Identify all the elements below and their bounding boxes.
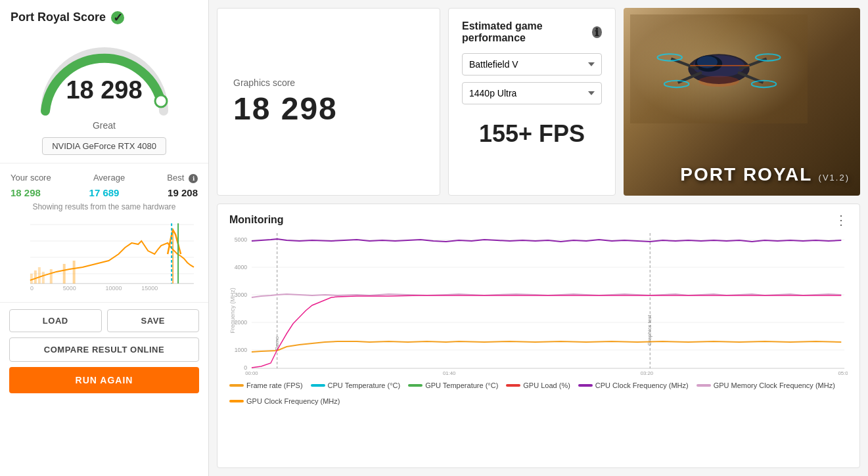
gauge-svg xyxy=(32,32,177,118)
best-label: Best ℹ xyxy=(167,173,198,183)
graphics-score-label: Graphics score xyxy=(233,77,424,88)
comparison-values-row: 18 298 17 689 19 208 xyxy=(11,187,198,198)
legend-dot-gpu-load xyxy=(506,384,520,387)
svg-rect-12 xyxy=(38,267,41,284)
showing-text: Showing results from the same hardware xyxy=(11,202,198,211)
compare-button[interactable]: COMPARE RESULT ONLINE xyxy=(9,337,199,362)
svg-text:3000: 3000 xyxy=(235,292,247,298)
save-button[interactable]: SAVE xyxy=(107,309,200,332)
comparison-section: Your score Average Best ℹ 18 298 17 689 … xyxy=(0,163,208,302)
svg-text:10000: 10000 xyxy=(105,285,122,290)
port-royal-text-block: PORT ROYAL (V1.2) xyxy=(680,165,850,185)
svg-rect-16 xyxy=(73,261,76,284)
fps-value: 155+ FPS xyxy=(462,120,602,148)
legend-frame-rate: Frame rate (FPS) xyxy=(229,381,303,389)
check-icon: ✓ xyxy=(111,11,124,24)
svg-text:5000: 5000 xyxy=(63,285,76,290)
svg-rect-13 xyxy=(42,272,45,284)
run-again-button[interactable]: RUN AGAIN xyxy=(9,367,199,393)
perf-label: Estimated game performance xyxy=(462,20,587,44)
monitoring-chart-svg: 5000 4000 3000 2000 1000 0 Frequency (MH… xyxy=(229,232,848,376)
legend-cpu-clock: CPU Clock Frequency (MHz) xyxy=(578,381,689,389)
svg-point-33 xyxy=(698,76,739,87)
legend-dot-cpu-clock xyxy=(578,384,593,387)
port-royal-title: PORT ROYAL (V1.2) xyxy=(680,165,850,185)
comparison-header-row: Your score Average Best ℹ xyxy=(11,173,198,183)
load-button[interactable]: LOAD xyxy=(9,309,102,332)
svg-text:Frequency (MHz): Frequency (MHz) xyxy=(229,288,236,334)
monitoring-header: Monitoring ⋮ xyxy=(229,213,848,227)
port-royal-banner: PORT ROYAL (V1.2) xyxy=(624,8,860,196)
your-score-value: 18 298 xyxy=(11,187,41,198)
svg-point-24 xyxy=(697,56,718,68)
svg-text:4000: 4000 xyxy=(235,264,247,270)
gauge-score: 18 298 xyxy=(66,76,142,104)
perf-header: Estimated game performance ℹ xyxy=(462,20,602,44)
svg-text:05:00: 05:00 xyxy=(838,370,848,376)
right-panel: Graphics score 18 298 Estimated game per… xyxy=(209,0,868,476)
score-section: Port Royal Score ✓ 18 298 Great NVIDIA G… xyxy=(0,0,208,163)
score-title-row: Port Royal Score ✓ xyxy=(11,11,198,24)
legend-dot-gpu-mem-clock xyxy=(697,384,711,387)
drone-illustration xyxy=(630,14,808,123)
legend-dot-gpu-clock xyxy=(229,400,244,402)
svg-text:5000: 5000 xyxy=(235,236,247,243)
svg-text:1000: 1000 xyxy=(235,347,247,353)
game-select[interactable]: Battlefield VCyberpunk 2077FortniteRed D… xyxy=(462,53,602,76)
svg-rect-11 xyxy=(34,270,37,284)
legend-dot-gpu-temp xyxy=(408,384,423,387)
legend-cpu-temp: CPU Temperature (°C) xyxy=(311,381,401,389)
perf-info-icon[interactable]: ℹ xyxy=(592,26,602,38)
legend-row: Frame rate (FPS) CPU Temperature (°C) GP… xyxy=(229,381,848,405)
top-cards: Graphics score 18 298 Estimated game per… xyxy=(209,0,868,204)
legend-dot-cpu-temp xyxy=(311,384,325,387)
btn-row-load-save: LOAD SAVE xyxy=(9,309,199,332)
gauge-label: Great xyxy=(93,120,116,131)
graphics-score-value: 18 298 xyxy=(233,91,424,127)
monitoring-chart: 5000 4000 3000 2000 1000 0 Frequency (MH… xyxy=(229,232,848,376)
legend-gpu-temp: GPU Temperature (°C) xyxy=(408,381,498,389)
svg-text:03:20: 03:20 xyxy=(641,370,654,376)
monitoring-title: Monitoring xyxy=(229,214,284,226)
legend-dot-frame-rate xyxy=(229,384,244,387)
svg-text:Demo: Demo xyxy=(274,336,280,351)
score-title: Port Royal Score xyxy=(11,11,106,24)
monitoring-section: Monitoring ⋮ 5000 4000 3000 2000 1000 0 … xyxy=(217,204,860,468)
legend-gpu-load: GPU Load (%) xyxy=(506,381,570,389)
best-value: 19 208 xyxy=(168,187,198,198)
svg-text:2000: 2000 xyxy=(235,319,247,326)
legend-gpu-clock: GPU Clock Frequency (MHz) xyxy=(229,397,340,405)
left-panel: Port Royal Score ✓ 18 298 Great NVIDIA G… xyxy=(0,0,209,476)
svg-text:0: 0 xyxy=(30,285,34,290)
gauge-container: 18 298 xyxy=(32,32,177,118)
best-info-icon[interactable]: ℹ xyxy=(189,174,198,183)
svg-point-0 xyxy=(155,95,167,107)
svg-rect-14 xyxy=(50,269,53,284)
svg-rect-10 xyxy=(30,274,33,284)
average-value: 17 689 xyxy=(89,187,120,198)
your-score-label: Your score xyxy=(11,173,51,183)
more-options-icon[interactable]: ⋮ xyxy=(834,213,848,227)
port-royal-version: (V1.2) xyxy=(819,173,850,183)
svg-text:01:40: 01:40 xyxy=(443,370,456,376)
legend-gpu-mem-clock: GPU Memory Clock Frequency (MHz) xyxy=(697,381,835,389)
mini-chart: 0 5000 10000 15000 xyxy=(11,218,198,290)
svg-text:15000: 15000 xyxy=(141,285,158,290)
score-card: Graphics score 18 298 xyxy=(217,8,440,196)
svg-rect-15 xyxy=(63,264,66,284)
buttons-section: LOAD SAVE COMPARE RESULT ONLINE RUN AGAI… xyxy=(0,302,208,400)
svg-text:Graphics test: Graphics test xyxy=(647,314,652,346)
svg-text:00:00: 00:00 xyxy=(245,370,258,376)
average-label: Average xyxy=(93,173,125,183)
gpu-badge: NVIDIA GeForce RTX 4080 xyxy=(42,137,166,155)
resolution-select[interactable]: 1440p Ultra1080p Ultra4K Ultra xyxy=(462,82,602,104)
perf-card: Estimated game performance ℹ Battlefield… xyxy=(448,8,616,196)
